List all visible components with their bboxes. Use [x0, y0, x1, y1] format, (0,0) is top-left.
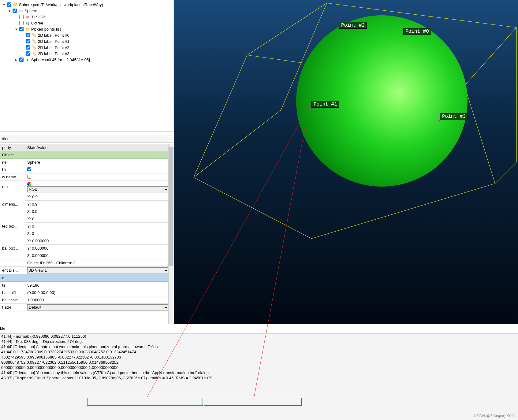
tree-tls[interactable]: ⊕ TLS/GBL	[0, 14, 173, 20]
prop-key: bal shift	[0, 289, 25, 296]
visible-checkbox[interactable]	[27, 167, 31, 171]
prop-value: Object ID: 269 - Children: 3	[25, 259, 174, 266]
visibility-checkbox[interactable]	[19, 21, 24, 25]
prop-key: ts	[0, 281, 25, 289]
point-label-3[interactable]: Point #3	[440, 113, 468, 120]
rgb-icon	[27, 182, 32, 186]
prop-value: Y: 0	[25, 222, 174, 230]
svg-line-5	[194, 177, 311, 239]
label-icon: 🏷️	[32, 39, 37, 44]
console-line: 73327429593 0.993908166885 -0.0822770223…	[0, 355, 518, 360]
section-cloud: d	[0, 274, 174, 281]
tree-point-label[interactable]: 🏷️ 2D label: Point #1	[0, 38, 173, 44]
pointsize-select[interactable]: Default	[27, 304, 169, 310]
visibility-checkbox[interactable]	[13, 9, 17, 13]
svg-line-11	[495, 162, 516, 184]
prop-value: X: 0.000000	[25, 237, 174, 244]
tree-label: Picked points list	[31, 27, 61, 32]
properties-panel[interactable]: pertyState/Value Object neSphere ble w n…	[0, 144, 174, 324]
visibility-checkbox[interactable]	[26, 33, 30, 37]
display-select[interactable]: 3D View 1	[27, 267, 169, 273]
expand-toggle[interactable]: ▾	[7, 9, 12, 13]
sphere-icon: ●	[25, 57, 30, 62]
tree-point-label[interactable]: 🏷️ 2D label: Point #0	[0, 32, 173, 38]
tree-label: Sphere r=0.45 [rms 2.94581e-05]	[31, 58, 90, 62]
tree-label: 2D label: Point #1	[38, 39, 69, 44]
tree-sphere[interactable]: ▾ ☁️ Sphere	[0, 8, 173, 14]
tree-fit-sphere[interactable]: ▸ ● Sphere r=0.45 [rms 2.94581e-05]	[0, 57, 173, 63]
prop-value: Y: 0.000000	[25, 244, 174, 252]
prop-value: Y: 0.9	[25, 200, 174, 208]
prop-header-key: perty	[0, 144, 25, 151]
visibility-checkbox[interactable]	[19, 27, 24, 31]
tree-label: Octree	[31, 21, 43, 25]
expand-toggle[interactable]: ▸	[14, 58, 19, 62]
svg-line-7	[464, 86, 495, 184]
expand-toggle[interactable]: ▾	[2, 2, 6, 7]
target-icon: ⊕	[25, 14, 30, 19]
prop-value: 1.000000	[25, 296, 174, 303]
watermark: CSDN @Σίσυφος1900	[474, 414, 514, 418]
tree-picked-points[interactable]: ▾ 📁 Picked points list	[0, 26, 173, 32]
section-cc-object: Object	[0, 151, 174, 159]
prop-key: ors	[0, 181, 25, 193]
prop-key: dimens...	[0, 193, 25, 215]
tree-label: 2D label: Point #0	[38, 33, 69, 38]
cloud-icon: ☁️	[18, 8, 24, 13]
visibility-checkbox[interactable]	[26, 51, 30, 56]
tree-label: Sphere.pcd (D:/work/pcl_workplaces/RaceW…	[19, 2, 103, 7]
visibility-checkbox[interactable]	[26, 45, 30, 50]
console-line: 43:07] [Fit sphere] Cloud 'Sphere': cent…	[0, 375, 518, 381]
expand-toggle[interactable]: ▾	[14, 27, 19, 32]
visibility-checkbox[interactable]	[19, 15, 24, 19]
annotation-radius-highlight	[204, 398, 302, 406]
point-label-1[interactable]: Point #1	[311, 101, 339, 108]
label-icon: 🏷️	[32, 33, 37, 38]
prop-key: w name...	[0, 173, 25, 181]
visibility-checkbox[interactable]	[7, 2, 11, 7]
3d-viewport[interactable]: Point #2 Point #0 Point #1 Point #3	[174, 0, 518, 324]
tree-label: TLS/GBL	[31, 15, 47, 19]
svg-line-6	[311, 184, 495, 239]
prop-value: Z: 0.000000	[25, 252, 174, 259]
svg-line-10	[194, 110, 281, 177]
prop-key	[0, 259, 25, 266]
prop-header-val: State/Value	[25, 144, 174, 151]
tree-point-label[interactable]: 🏷️ 2D label: Point #3	[0, 50, 173, 57]
dock-icon[interactable]	[168, 137, 172, 141]
prop-key: ted box...	[0, 215, 25, 237]
console-panel: ble 41:44] - normal: (-0.990380,0.082277…	[0, 324, 518, 420]
console-output[interactable]: 41:44] - normal: (-0.990380,0.082277,0.1…	[0, 333, 518, 420]
point-label-0[interactable]: Point #0	[403, 28, 431, 35]
tree-root[interactable]: ▾ 📁 Sphere.pcd (D:/work/pcl_workplaces/R…	[0, 2, 173, 8]
prop-value: X: 0.9	[25, 193, 174, 200]
tree-octree[interactable]: ◎ Octree	[0, 20, 173, 26]
svg-line-9	[464, 28, 516, 86]
svg-line-4	[194, 55, 247, 177]
tree-label: 2D label: Point #3	[38, 51, 69, 56]
annotation-center-highlight	[87, 398, 203, 406]
colors-select[interactable]: RGB	[27, 186, 169, 192]
prop-key: bal scale	[0, 296, 25, 303]
label-icon: 🏷️	[32, 45, 37, 50]
showname-checkbox[interactable]	[27, 175, 31, 179]
scroll-thumb[interactable]	[169, 147, 173, 266]
console-line: 41:44] 0.117347382009 0.073327429593 0.9…	[0, 349, 518, 355]
point-label-2[interactable]: Point #2	[339, 22, 367, 29]
prop-key: ne	[0, 159, 25, 166]
visibility-checkbox[interactable]	[19, 58, 24, 62]
tree-point-label[interactable]: 🏷️ 2D label: Point #2	[0, 44, 173, 50]
prop-value: Z: 0.9	[25, 208, 174, 215]
scene-tree[interactable]: ▾ 📁 Sphere.pcd (D:/work/pcl_workplaces/R…	[0, 0, 174, 132]
prop-key: t size	[0, 303, 25, 311]
console-line: 41:44] [Orientation] A matrix that would…	[0, 344, 518, 349]
console-title: ble	[0, 326, 5, 331]
prop-value: (0.00;0.00;0.00)	[25, 289, 174, 296]
prop-value: Z: 0	[25, 230, 174, 237]
folder-icon: 📁	[13, 2, 18, 7]
visibility-checkbox[interactable]	[26, 39, 30, 43]
properties-scrollbar[interactable]	[168, 144, 174, 324]
properties-title: rties	[2, 136, 9, 141]
console-line: 00000000000 0.000000000000 0.00000000000…	[0, 365, 518, 370]
prop-value: 59,186	[25, 281, 174, 289]
